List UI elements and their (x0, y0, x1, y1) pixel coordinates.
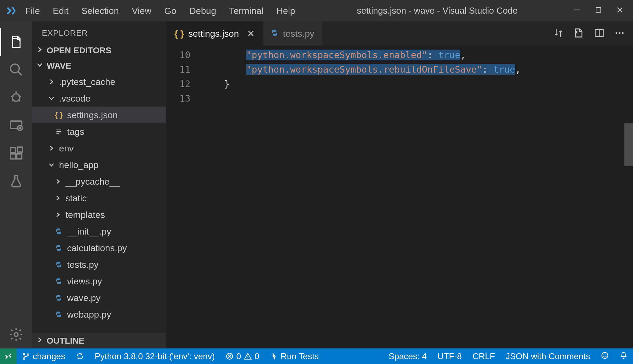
tree-item-templates[interactable]: templates (32, 206, 166, 223)
activity-extensions[interactable] (0, 139, 32, 167)
activity-explorer[interactable] (0, 28, 32, 56)
editor-area: { } settings.json ✕ tests.py 10111213 "p… (166, 21, 633, 348)
svg-rect-18 (17, 154, 22, 159)
eol[interactable]: CRLF (467, 351, 500, 361)
tree-item-label: templates (65, 210, 105, 220)
vscode-logo-icon (3, 5, 19, 16)
feedback-icon[interactable] (595, 351, 614, 359)
editor-actions (553, 21, 633, 46)
section-open-editors[interactable]: OPEN EDITORS (32, 43, 166, 58)
tree-item-views-py[interactable]: views.py (32, 273, 166, 289)
chevron-icon (54, 178, 62, 185)
section-workspace[interactable]: WAVE (32, 58, 166, 73)
menu-terminal[interactable]: Terminal (223, 6, 270, 16)
eol-label: CRLF (473, 351, 495, 361)
menu-selection[interactable]: Selection (75, 6, 125, 16)
svg-point-27 (619, 32, 621, 34)
more-actions-icon[interactable] (614, 28, 625, 39)
tree-item---init---py[interactable]: __init__.py (32, 223, 166, 240)
activity-debug[interactable] (0, 84, 32, 112)
svg-point-31 (27, 354, 29, 355)
python-interpreter[interactable]: Python 3.8.0 32-bit ('env': venv) (89, 348, 220, 364)
section-outline[interactable]: OUTLINE (32, 333, 166, 348)
tree-item-label: .pytest_cache (59, 77, 115, 87)
file-icon (54, 128, 63, 135)
split-editor-icon[interactable] (594, 28, 605, 39)
minimize-icon[interactable] (573, 6, 581, 16)
code-content[interactable]: "python.workspaceSymbols.enabled": true,… (196, 46, 620, 348)
tree-item-settings-json[interactable]: { }settings.json (32, 107, 166, 123)
activity-search[interactable] (0, 56, 32, 84)
compare-changes-icon[interactable] (553, 28, 564, 39)
tree-item-tests-py[interactable]: tests.py (32, 256, 166, 273)
section-label: OPEN EDITORS (47, 46, 111, 55)
svg-point-38 (603, 354, 604, 355)
code-line[interactable]: "python.workspaceSymbols.rebuildOnFileSa… (202, 62, 620, 77)
svg-point-29 (23, 353, 25, 355)
tree-item-label: wave.py (67, 293, 101, 303)
runtests-label: Run Tests (281, 351, 319, 361)
tree-item-label: views.py (67, 276, 102, 287)
svg-point-39 (606, 354, 606, 355)
menu-go[interactable]: Go (158, 6, 183, 16)
svg-point-30 (23, 358, 25, 359)
code-line[interactable]: "python.workspaceSymbols.enabled": true, (202, 48, 620, 62)
menu-view[interactable]: View (125, 6, 158, 16)
problems[interactable]: 0 0 (220, 348, 265, 364)
language-mode[interactable]: JSON with Comments (500, 351, 595, 361)
code-line[interactable] (202, 91, 620, 106)
tab-label: tests.py (283, 28, 314, 39)
tab-bar: { } settings.json ✕ tests.py (166, 21, 633, 46)
menu-file[interactable]: File (19, 6, 46, 16)
svg-rect-19 (17, 147, 23, 152)
explorer-sidebar: EXPLORER OPEN EDITORS WAVE .pytest_cache… (32, 21, 166, 348)
run-tests[interactable]: Run Tests (265, 348, 324, 364)
python-icon (271, 28, 279, 39)
tree-item-webapp-py[interactable]: webapp.py (32, 306, 166, 323)
json-icon: { } (174, 28, 184, 39)
line-number: 10 (166, 48, 190, 62)
encoding-label: UTF-8 (437, 351, 462, 361)
close-tab-icon[interactable]: ✕ (247, 28, 255, 39)
activity-remote[interactable] (0, 112, 32, 139)
language-label: JSON with Comments (506, 351, 590, 361)
sync-button[interactable] (71, 348, 89, 364)
code-line[interactable]: } (202, 77, 620, 91)
notifications-icon[interactable] (614, 351, 633, 359)
window-title: settings.json - wave - Visual Studio Cod… (301, 6, 573, 16)
tree-item-wave-py[interactable]: wave.py (32, 289, 166, 306)
indentation[interactable]: Spaces: 4 (383, 351, 432, 361)
maximize-icon[interactable] (594, 6, 602, 16)
menu-help[interactable]: Help (270, 6, 301, 16)
menu-edit[interactable]: Edit (46, 6, 75, 16)
tree-item-static[interactable]: static (32, 190, 166, 206)
tree-item--pytest-cache[interactable]: .pytest_cache (32, 73, 166, 90)
activity-settings[interactable] (0, 321, 32, 348)
tree-item---pycache--[interactable]: __pycache__ (32, 173, 166, 190)
activity-testing[interactable] (0, 167, 32, 195)
remote-indicator[interactable] (0, 348, 17, 364)
encoding[interactable]: UTF-8 (432, 351, 467, 361)
tree-item-calculations-py[interactable]: calculations.py (32, 240, 166, 256)
file-icon (54, 244, 63, 252)
svg-point-4 (10, 64, 19, 73)
code-editor[interactable]: 10111213 "python.workspaceSymbols.enable… (166, 46, 633, 348)
tree-item-label: calculations.py (67, 243, 127, 253)
open-changes-icon[interactable] (573, 28, 584, 39)
tab-tests-py[interactable]: tests.py (263, 21, 322, 46)
file-icon: { } (54, 111, 63, 119)
minimap-slider[interactable] (624, 123, 633, 166)
menu-debug[interactable]: Debug (183, 6, 223, 16)
tree-item-label: tests.py (67, 259, 98, 270)
tree-item-hello-app[interactable]: hello_app (32, 157, 166, 173)
tree-item-env[interactable]: env (32, 140, 166, 157)
chevron-icon (54, 195, 62, 202)
close-icon[interactable] (616, 6, 624, 16)
tree-item-tags[interactable]: tags (32, 123, 166, 140)
git-branch[interactable]: changes (17, 348, 71, 364)
tab-settings-json[interactable]: { } settings.json ✕ (166, 21, 263, 46)
tree-item--vscode[interactable]: .vscode (32, 90, 166, 107)
minimap[interactable] (620, 46, 633, 348)
chevron-icon (48, 78, 55, 85)
line-number: 13 (166, 91, 190, 106)
